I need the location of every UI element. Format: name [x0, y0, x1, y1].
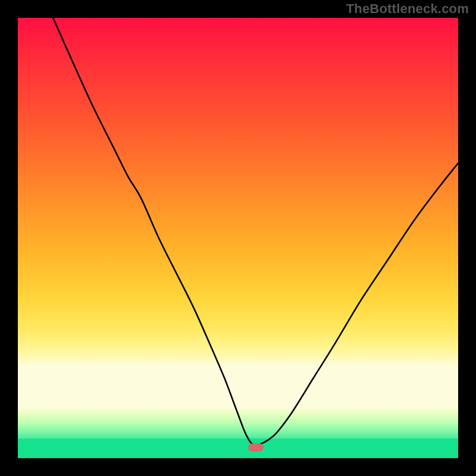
curve-svg	[18, 18, 458, 458]
watermark-text: TheBottleneck.com	[346, 1, 469, 17]
bottleneck-curve	[53, 18, 458, 445]
operating-point-marker	[248, 443, 264, 452]
chart-frame: TheBottleneck.com	[0, 0, 476, 476]
plot-area	[18, 18, 458, 458]
